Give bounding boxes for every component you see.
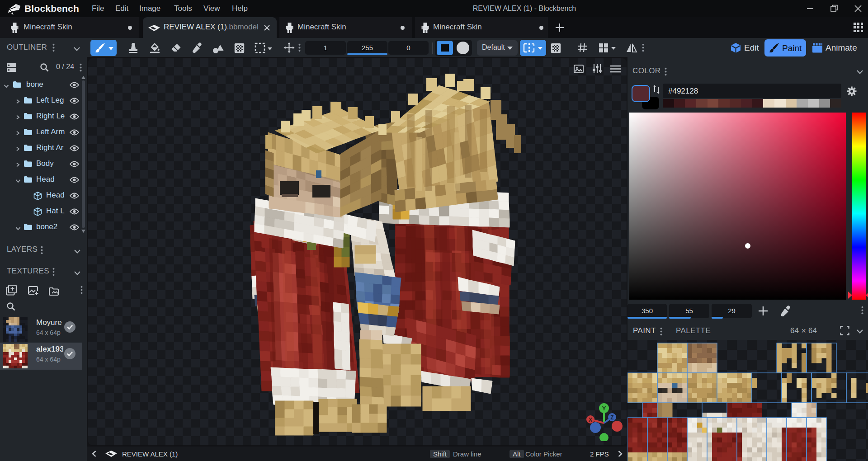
- svg-text:X: X: [589, 417, 592, 423]
- svg-text:Y: Y: [602, 405, 606, 412]
- svg-text:Z: Z: [610, 414, 613, 421]
